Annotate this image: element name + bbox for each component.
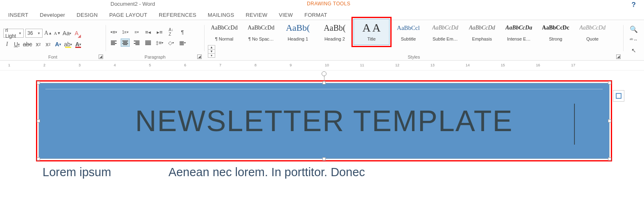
ruler-tick: 4 bbox=[114, 63, 116, 67]
ruler-tick: 14 bbox=[466, 63, 470, 67]
style-item-strong[interactable]: AaBbCcDcStrong bbox=[538, 19, 574, 45]
style-label: Heading 1 bbox=[282, 35, 314, 43]
clear-formatting-button[interactable]: A◢ bbox=[73, 29, 80, 37]
multilevel-list-button[interactable]: ≡▾ bbox=[132, 28, 141, 36]
font-size-combo[interactable]: 36▼ bbox=[25, 29, 43, 38]
tab-view[interactable]: VIEW bbox=[279, 12, 293, 18]
sort-button[interactable]: A↓Z bbox=[167, 28, 176, 36]
style-label: Subtle Em… bbox=[429, 35, 461, 43]
help-icon[interactable]: ? bbox=[632, 1, 636, 9]
styles-dialog-launcher[interactable]: ◢ bbox=[616, 54, 621, 59]
style-item-subtle-em-[interactable]: AaBbCcDdSubtle Em… bbox=[427, 19, 463, 45]
ruler-tick: 16 bbox=[536, 63, 540, 67]
ruler-tick: 10 bbox=[325, 63, 329, 67]
resize-handle-se[interactable] bbox=[608, 157, 611, 161]
tab-developer[interactable]: Developer bbox=[40, 12, 65, 18]
numbering-button[interactable]: 1≡▾ bbox=[121, 28, 130, 36]
tab-review[interactable]: REVIEW bbox=[245, 12, 267, 18]
align-right-button[interactable] bbox=[132, 39, 141, 47]
title-textbox[interactable]: NEWSLETTER TEMPLATE bbox=[38, 83, 610, 159]
style-item--no-spac-[interactable]: AaBbCcDd¶ No Spac… bbox=[243, 19, 279, 45]
font-dialog-launcher[interactable]: ◢ bbox=[99, 54, 103, 59]
grow-font-button[interactable]: A▲ bbox=[44, 29, 52, 37]
style-preview: AaBbCcl bbox=[397, 21, 420, 35]
style-item-title[interactable]: A ATitle bbox=[354, 19, 390, 45]
textbox-selection[interactable]: NEWSLETTER TEMPLATE bbox=[38, 83, 610, 159]
editing-group: 🔍 ᵃᵇ↔ ↖ bbox=[624, 23, 644, 60]
font-name-combo[interactable]: ri Light▼ bbox=[3, 29, 24, 38]
style-item-quote[interactable]: AaBbCcDdQuote bbox=[574, 19, 610, 45]
style-preview: AaBbCcDd bbox=[432, 21, 458, 35]
window-title: Document2 - Word bbox=[110, 1, 155, 7]
style-item-emphasis[interactable]: AaBbCcDdEmphasis bbox=[464, 19, 500, 45]
chevron-down-icon: ▼ bbox=[37, 32, 41, 35]
tab-design[interactable]: DESIGN bbox=[77, 12, 98, 18]
horizontal-ruler[interactable]: 1234567891011121314151617 bbox=[0, 61, 644, 70]
paragraph-dialog-launcher[interactable]: ◢ bbox=[197, 54, 202, 59]
superscript-button[interactable]: x2 bbox=[45, 40, 52, 48]
select-icon[interactable]: ↖ bbox=[629, 46, 638, 54]
text-effects-button[interactable]: A▾ bbox=[54, 40, 62, 48]
style-item-heading-1[interactable]: AaBb(Heading 1 bbox=[280, 19, 316, 45]
style-label: Quote bbox=[576, 35, 608, 43]
align-left-button[interactable] bbox=[109, 39, 118, 47]
bullets-button[interactable]: •≡▾ bbox=[109, 28, 118, 36]
justify-button[interactable] bbox=[144, 39, 153, 47]
shrink-font-button[interactable]: A▼ bbox=[54, 29, 61, 37]
align-center-button[interactable] bbox=[121, 39, 130, 47]
ruler-tick: 13 bbox=[430, 63, 435, 67]
styles-gallery[interactable]: AaBbCcDd¶ NormalAaBbCcDd¶ No Spac…AaBb(H… bbox=[206, 19, 620, 45]
underline-button[interactable]: U▾ bbox=[13, 40, 20, 48]
ruler-tick: 15 bbox=[501, 63, 505, 67]
tab-insert[interactable]: INSERT bbox=[8, 12, 28, 18]
resize-handle-w[interactable] bbox=[37, 119, 40, 123]
resize-handle-s[interactable] bbox=[322, 157, 326, 161]
increase-indent-button[interactable]: ▸≡ bbox=[155, 28, 164, 36]
style-label: Heading 2 bbox=[319, 35, 351, 43]
italic-button[interactable]: I bbox=[3, 40, 11, 48]
strikethrough-button[interactable]: abc bbox=[23, 40, 32, 48]
tab-references[interactable]: REFERENCES bbox=[159, 12, 196, 18]
contextual-tab-label: DRAWING TOOLS bbox=[307, 1, 350, 7]
style-preview: AaBbCcDd bbox=[469, 21, 495, 35]
document-area: ⚓ NEWSLETTER TEMPLATE Lorem ipsum Aenean… bbox=[0, 70, 644, 179]
highlight-button[interactable]: ab▾ bbox=[64, 40, 72, 48]
shading-button[interactable]: ◇▾ bbox=[167, 39, 176, 47]
body-text-row: Lorem ipsum Aenean nec lorem. In porttit… bbox=[43, 166, 615, 179]
style-preview: AaBbCcDd bbox=[248, 21, 274, 35]
resize-handle-n[interactable] bbox=[322, 81, 326, 84]
font-color-button[interactable]: A▾ bbox=[74, 40, 82, 48]
resize-handle-sw[interactable] bbox=[37, 157, 40, 161]
resize-handle-e[interactable] bbox=[608, 119, 611, 123]
paragraph-group: •≡▾ 1≡▾ ≡▾ ≡◂ ▸≡ A↓Z ¶ ‡≡▾ ◇▾ ▦▾ Paragra… bbox=[106, 23, 204, 60]
body-text-right: Aenean nec lorem. In porttitor. Donec bbox=[169, 166, 365, 179]
style-preview: AaBbCcDd bbox=[579, 21, 606, 35]
tab-mailings[interactable]: MAILINGS bbox=[208, 12, 234, 18]
style-label: Title bbox=[356, 35, 387, 43]
resize-handle-ne[interactable] bbox=[608, 81, 611, 84]
change-case-button[interactable]: Aa▾ bbox=[63, 29, 71, 37]
style-item--normal[interactable]: AaBbCcDd¶ Normal bbox=[206, 19, 242, 45]
style-item-subtitle[interactable]: AaBbCclSubtitle bbox=[390, 19, 426, 45]
find-icon[interactable]: 🔍 bbox=[629, 25, 638, 33]
font-group: ri Light▼ 36▼ A▲ A▼ Aa▾ A◢ I U▾ abc x2 x… bbox=[0, 23, 106, 60]
resize-handle-nw[interactable] bbox=[37, 81, 40, 84]
layout-options-button[interactable] bbox=[613, 90, 624, 102]
ruler-tick: 1 bbox=[8, 63, 10, 67]
decrease-indent-button[interactable]: ≡◂ bbox=[144, 28, 153, 36]
line-spacing-button[interactable]: ‡≡▾ bbox=[155, 39, 164, 47]
replace-icon[interactable]: ᵃᵇ↔ bbox=[629, 36, 638, 44]
tab-page-layout[interactable]: PAGE LAYOUT bbox=[109, 12, 147, 18]
style-item-intense-e-[interactable]: AaBbCcDaIntense E… bbox=[501, 19, 537, 45]
tab-format[interactable]: FORMAT bbox=[304, 12, 327, 18]
show-marks-button[interactable]: ¶ bbox=[178, 28, 187, 36]
subscript-button[interactable]: x2 bbox=[35, 40, 42, 48]
style-label: ¶ No Spac… bbox=[245, 35, 277, 43]
font-group-label: Font bbox=[0, 54, 106, 59]
styles-group-label: Styles bbox=[205, 54, 623, 59]
style-item-heading-2[interactable]: AaBb(Heading 2 bbox=[317, 19, 353, 45]
style-preview: AaBbCcDc bbox=[542, 21, 570, 35]
ruler-tick: 6 bbox=[184, 63, 186, 67]
borders-button[interactable]: ▦▾ bbox=[178, 39, 187, 47]
style-preview: AaBbCcDa bbox=[505, 21, 532, 35]
